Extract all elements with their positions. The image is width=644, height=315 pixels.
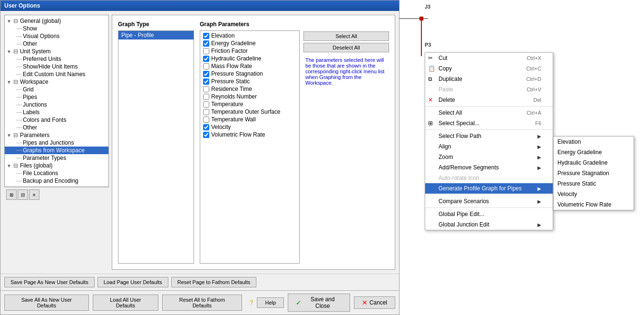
context-menu-separator [425,129,553,130]
submenu-item-pressure-stagnation[interactable]: Pressure Stagnation [554,168,634,178]
context-menu-item-compare-scenarios[interactable]: Compare Scenarios▶ [425,196,553,207]
tree-item-show[interactable]: — Show [5,25,108,32]
context-menu-item-generate-profile[interactable]: Generate Profile Graph for Pipes▶ [425,183,553,194]
tree-tool-btn-1[interactable]: ⊞ [6,189,17,200]
save-all-btn[interactable]: Save All As New User Defaults [4,295,89,311]
params-controls: Select All Deselect All The parameters s… [303,30,389,264]
tree-item-files-global[interactable]: ▼⊟ Files (global) [5,162,108,169]
tree-item-workspace[interactable]: ▼⊟ Workspace [5,78,108,86]
context-menu-item-cut[interactable]: ✂CutCtrl+X [425,53,553,63]
tree-item-colors-fonts[interactable]: — Colors and Fonts [5,116,108,124]
context-menu-item-zoom[interactable]: Zoom▶ [425,152,553,162]
submenu-item-hydraulic-gradeline[interactable]: Hydraulic Gradeline [554,158,634,168]
tree-item-other1[interactable]: — Other [5,40,108,48]
dialog-content: ▼⊟ General (global)— Show— Visual Option… [0,11,399,274]
cancel-btn[interactable]: ✕ Cancel [354,296,395,309]
graph-param-item-temperature-wall[interactable]: Temperature Wall [200,116,299,123]
tree-tool-btn-3[interactable]: ≡ [29,189,39,200]
tree-panel: ▼⊟ General (global)— Show— Visual Option… [4,15,109,187]
help-btn[interactable]: Help [257,297,284,308]
context-menu-item-select-all[interactable]: Select AllCtrl+A [425,108,553,118]
add-remove-seg-arrow-icon: ▶ [537,165,541,170]
tree-toolbar: ⊞ ⊟ ≡ [4,187,109,202]
cut-icon: ✂ [428,55,433,61]
context-menu-item-select-flow-path[interactable]: Select Flow Path▶ [425,131,553,141]
global-junction-edit-arrow-icon: ▶ [537,222,541,227]
context-menu-separator [425,207,553,208]
graph-param-item-energy-gradeline[interactable]: Energy Gradeline [200,39,299,47]
graph-param-item-mass-flow-rate[interactable]: Mass Flow Rate [200,62,299,70]
tree-tool-btn-2[interactable]: ⊟ [18,189,28,200]
tree-item-unit-system[interactable]: ▼⊟ Unit System [5,48,108,55]
submenu-item-volumetric-flow-rate[interactable]: Volumetric Flow Rate [554,199,634,210]
context-menu-item-global-pipe-edit[interactable]: Global Pipe Edit... [425,209,553,219]
help-icon: ? [250,299,254,306]
copy-icon: 📋 [428,65,435,72]
graph-param-item-residence-time[interactable]: Residence Time [200,85,299,93]
graph-param-item-hydraulic-gradeline[interactable]: Hydraulic Gradeline [200,55,299,62]
reset-all-btn[interactable]: Reset All to Fathom Defaults [162,295,242,311]
tree-item-visual-options[interactable]: — Visual Options [5,32,108,40]
context-menu-item-delete[interactable]: ✕DeleteDel [425,95,553,105]
submenu-item-energy-gradeline[interactable]: Energy Gradeline [554,147,634,158]
tree-item-grid[interactable]: — Grid [5,86,108,93]
save-close-btn[interactable]: ✓ Save and Close [288,294,350,312]
graph-param-item-pressure-static[interactable]: Pressure Static [200,78,299,85]
context-menu: ✂CutCtrl+X📋CopyCtrl+C⧉DuplicateCtrl+DPas… [425,52,553,230]
tree-item-general[interactable]: ▼⊟ General (global) [5,17,108,25]
tree-item-pipes[interactable]: — Pipes [5,93,108,101]
graph-param-item-temperature-outer-surface[interactable]: Temperature Outer Surface [200,108,299,116]
tree-item-preferred-units[interactable]: — Preferred Units [5,55,108,63]
deselect-all-button[interactable]: Deselect All [303,43,389,52]
context-menu-item-select-special[interactable]: ⊞Select Special...F6 [425,118,553,128]
ws-line-h [400,18,428,19]
context-menu-item-auto-rotate: Auto-rotate Icon [425,173,553,183]
context-menu-item-copy[interactable]: 📋CopyCtrl+C [425,63,553,74]
right-panel: Graph Type Pipe - Profile Graph Paramete… [112,15,395,270]
graph-param-item-velocity[interactable]: Velocity [200,123,299,131]
context-menu-separator [425,106,553,107]
submenu-item-elevation[interactable]: Elevation [554,137,634,147]
info-text: The parameters selected here will be tho… [303,55,389,264]
duplicate-icon: ⧉ [428,76,432,82]
reset-page-btn[interactable]: Reset Page to Fathom Defaults [171,277,256,287]
graph-param-item-temperature[interactable]: Temperature [200,100,299,108]
checkmark-icon: ✓ [296,299,302,306]
tree-item-file-locations[interactable]: — File Locations [5,169,108,177]
generate-profile-submenu: ElevationEnergy GradelineHydraulic Grade… [553,136,634,210]
context-menu-item-align[interactable]: Align▶ [425,141,553,152]
graph-type-item[interactable]: Pipe - Profile [118,31,194,39]
load-page-btn[interactable]: Load Page User Defaults [98,277,168,287]
tree-item-show-hide[interactable]: — Show/Hide Unit Items [5,63,108,70]
context-menu-separator [425,195,553,195]
tree-item-other2[interactable]: — Other [5,124,108,131]
graph-param-item-pressure-stagnation[interactable]: Pressure Stagnation [200,70,299,78]
context-menu-item-global-junction-edit[interactable]: Global Junction Edit▶ [425,219,553,230]
x-icon: ✕ [362,299,368,306]
tree-item-graphs-workspace[interactable]: — Graphs from Workspace [5,147,108,154]
submenu-item-velocity[interactable]: Velocity [554,189,634,199]
graph-type-listbox[interactable]: Pipe - Profile [118,30,194,264]
ws-node [420,17,423,20]
select-all-button[interactable]: Select All [303,31,389,41]
dialog-title-bar: User Options [0,0,399,11]
tree-item-backup-encoding[interactable]: — Backup and Encoding [5,177,108,185]
dialog-title-text: User Options [4,2,40,9]
tree-item-parameter-types[interactable]: — Parameter Types [5,154,108,162]
graph-param-item-elevation[interactable]: Elevation [200,32,299,39]
tree-item-labels[interactable]: — Labels [5,108,108,116]
graph-param-item-reynolds-number[interactable]: Reynolds Number [200,93,299,100]
save-page-btn[interactable]: Save Page As New User Defaults [4,277,95,287]
tree-item-pipes-junctions[interactable]: — Pipes and Junctions [5,139,108,147]
context-menu-item-add-remove-seg[interactable]: Add/Remove Segments▶ [425,162,553,173]
graph-param-item-friction-factor[interactable]: Friction Factor [200,47,299,55]
graph-param-item-volumetric-flow-rate[interactable]: Volumetric Flow Rate [200,131,299,138]
context-menu-item-duplicate[interactable]: ⧉DuplicateCtrl+D [425,74,553,84]
select-flow-path-arrow-icon: ▶ [537,134,541,139]
tree-item-parameters[interactable]: ▼⊟ Parameters [5,131,108,139]
load-all-btn[interactable]: Load All User Defaults [93,295,158,311]
tree-item-custom-unit[interactable]: — Edit Custom Unit Names [5,70,108,78]
submenu-item-pressure-static[interactable]: Pressure Static [554,178,634,189]
tree-item-junctions[interactable]: — Junctions [5,101,108,108]
cancel-label: Cancel [370,299,387,306]
